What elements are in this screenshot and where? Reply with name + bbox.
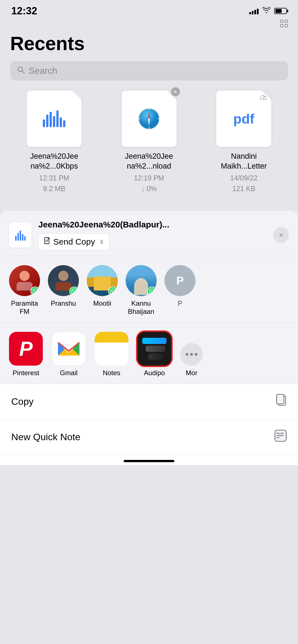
app-pinterest[interactable]: P Pinterest [9, 332, 43, 377]
share-file-name: Jeena%20Jeena%20(Badlapur)... [38, 220, 266, 229]
battery-icon [274, 8, 287, 14]
safari-icon [138, 108, 160, 130]
contact-pranshu[interactable]: Pranshu [48, 265, 79, 316]
status-bar: 12:32 [0, 0, 298, 20]
signal-icon [249, 8, 259, 14]
more-icon [180, 343, 203, 366]
contacts-row: ParamitaFM Pranshu [0, 256, 298, 323]
contact-avatar-kannu [126, 265, 157, 296]
file-card-2[interactable]: × [105, 91, 193, 194]
contact-avatar-5: P [164, 265, 195, 296]
grid-icon-container [0, 20, 298, 30]
main-content: Recents Search [0, 30, 298, 194]
new-quick-note-label: New Quick Note [11, 431, 81, 442]
app-name-gmail: Gmail [60, 369, 78, 377]
app-name-pinterest: Pinterest [13, 369, 39, 377]
send-copy-button[interactable]: Send Copy [38, 233, 109, 250]
app-name-more: Mor [186, 369, 197, 377]
wifi-icon [263, 7, 270, 15]
quicknote-icon [274, 430, 287, 444]
copy-action[interactable]: Copy [0, 384, 298, 419]
whatsapp-badge-3 [108, 287, 118, 296]
app-name-notes: Notes [103, 369, 121, 377]
svg-rect-17 [277, 394, 284, 404]
app-notes[interactable]: Notes [95, 332, 128, 377]
grid-view-icon[interactable] [280, 20, 288, 27]
contact-name-pranshu: Pranshu [51, 299, 76, 308]
app-more[interactable]: Mor [180, 343, 203, 377]
new-quick-note-action[interactable]: New Quick Note [0, 419, 298, 455]
file-name-1: Jeena%20Jeena%2...0Kbps [30, 151, 78, 171]
file-name-2: Jeena%20Jeena%2...nload [125, 151, 173, 171]
contact-name-5: P [178, 299, 182, 308]
file-meta-2: 12:19 PM↓ 0% [134, 173, 164, 194]
apps-row: P Pinterest Gmail [0, 323, 298, 384]
document-icon [44, 237, 50, 247]
file-meta-3: 14/09/22121 KB [230, 173, 257, 194]
contact-5[interactable]: P P [164, 265, 195, 316]
contact-name-paramita: ParamitaFM [11, 299, 38, 316]
app-gmail[interactable]: Gmail [52, 332, 86, 377]
pdf-icon: pdf [233, 111, 254, 127]
status-time: 12:32 [11, 5, 37, 17]
whatsapp-badge-2 [69, 287, 79, 296]
contact-avatar-pranshu [48, 265, 79, 296]
audio-wave-icon [43, 110, 65, 127]
share-file-icon [9, 222, 32, 248]
whatsapp-badge-4 [147, 287, 157, 296]
app-audipo[interactable]: Audipo [137, 332, 171, 377]
share-header: Jeena%20Jeena%20(Badlapur)... Send Copy [0, 211, 298, 256]
svg-line-1 [22, 71, 24, 73]
cloud-upload-icon [260, 94, 268, 102]
status-icons [249, 7, 287, 15]
app-name-audipo: Audipo [144, 369, 165, 377]
contact-avatar-paramita [9, 265, 40, 296]
contact-mootii[interactable]: Mootii [87, 265, 118, 316]
bottom-sheet: Jeena%20Jeena%20(Badlapur)... Send Copy [0, 211, 298, 465]
send-copy-chevrons [100, 239, 103, 244]
close-share-button[interactable]: × [273, 227, 289, 243]
file-card-1[interactable]: Jeena%20Jeena%2...0Kbps 12:31 PM9.2 MB [10, 91, 98, 194]
audipo-icon [137, 332, 171, 366]
home-bar [124, 460, 174, 462]
search-icon [17, 66, 25, 76]
copy-icon [275, 394, 287, 409]
file-card-3[interactable]: pdf NandiniMaikh...Letter 14/09/22121 KB [200, 91, 288, 194]
home-indicator [0, 455, 298, 465]
file-name-3: NandiniMaikh...Letter [221, 151, 267, 171]
whatsapp-badge [30, 287, 40, 296]
send-copy-label: Send Copy [53, 237, 95, 247]
search-placeholder: Search [29, 66, 57, 76]
file-meta-1: 12:31 PM9.2 MB [39, 173, 69, 194]
pinterest-icon: P [9, 332, 43, 366]
share-file-info: Jeena%20Jeena%20(Badlapur)... Send Copy [38, 220, 266, 250]
page-title: Recents [10, 30, 288, 54]
contact-paramita[interactable]: ParamitaFM [9, 265, 40, 316]
gmail-icon [52, 332, 86, 366]
close-badge[interactable]: × [171, 87, 180, 96]
contact-kannu[interactable]: KannuBhaijaan [126, 265, 157, 316]
notes-icon [95, 332, 128, 366]
contact-name-kannu: KannuBhaijaan [128, 299, 154, 316]
search-bar[interactable]: Search [10, 61, 288, 80]
contact-name-mootii: Mootii [93, 299, 111, 308]
contact-avatar-mootii [87, 265, 118, 296]
file-cards-row: Jeena%20Jeena%2...0Kbps 12:31 PM9.2 MB × [10, 91, 288, 194]
copy-label: Copy [11, 396, 34, 407]
